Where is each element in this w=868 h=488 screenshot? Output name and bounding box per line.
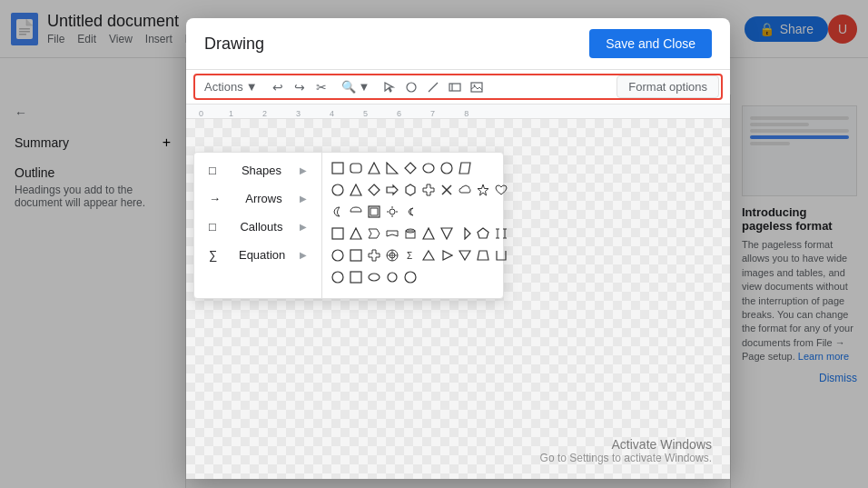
- shapes-row5: Σ: [330, 247, 496, 264]
- shape-crescent[interactable]: [330, 204, 346, 220]
- shape-pentagon[interactable]: [475, 225, 491, 242]
- equation-item-label: Equation: [239, 248, 285, 262]
- svg-marker-50: [443, 251, 452, 260]
- svg-marker-21: [387, 185, 398, 194]
- shape-chevron[interactable]: [366, 225, 382, 242]
- shape-tri4[interactable]: [420, 225, 437, 242]
- shapes-row6: [330, 269, 496, 285]
- redo-button[interactable]: ↪: [291, 78, 309, 96]
- shape-semicircle[interactable]: [348, 204, 364, 220]
- shapes-menu: □ Shapes ▶ → Arrows ▶ □ Callouts ▶: [194, 153, 321, 298]
- svg-marker-39: [441, 228, 452, 239]
- svg-marker-52: [478, 251, 488, 260]
- shape-cylinder[interactable]: [402, 225, 419, 242]
- svg-marker-51: [459, 251, 470, 260]
- shape-circle2[interactable]: [330, 182, 346, 198]
- shapes-item-label: Shapes: [242, 164, 281, 177]
- shape-tri2[interactable]: [348, 182, 364, 198]
- shape-arrow-r[interactable]: [384, 182, 400, 198]
- shape-bracket2[interactable]: [493, 247, 509, 264]
- shape-circle6[interactable]: [402, 269, 419, 285]
- svg-rect-8: [471, 83, 482, 92]
- shape-tri5[interactable]: [439, 225, 455, 242]
- shape-hex[interactable]: [402, 182, 419, 198]
- arrows-chevron: ▶: [300, 194, 307, 204]
- shape-right-triangle[interactable]: [384, 160, 400, 176]
- shape-triangle[interactable]: [366, 160, 382, 176]
- drawing-dialog: Drawing Save and Close Actions ▼ ↩ ↪ ✂ 🔍…: [186, 18, 730, 479]
- select-button[interactable]: [380, 78, 399, 96]
- shape-cloud[interactable]: [457, 182, 473, 198]
- svg-marker-19: [350, 184, 361, 195]
- shape-sigma[interactable]: Σ: [402, 247, 419, 264]
- svg-point-55: [369, 274, 380, 281]
- shape-frame[interactable]: [366, 204, 382, 220]
- shape-x[interactable]: [439, 182, 455, 198]
- shape-circle3[interactable]: [330, 247, 346, 264]
- ruler-horizontal: 0 1 2 3 4 5 6 7 8: [186, 105, 730, 119]
- shape-diamond2[interactable]: [366, 182, 382, 198]
- shape-diamond[interactable]: [402, 160, 419, 176]
- shape-sq3[interactable]: [348, 247, 364, 264]
- shape-ellipse[interactable]: [420, 160, 437, 176]
- textbox-button[interactable]: [446, 78, 464, 96]
- actions-button[interactable]: Actions ▼: [197, 76, 265, 97]
- callouts-item-icon: □: [209, 220, 216, 234]
- equation-chevron: ▶: [300, 250, 307, 260]
- callouts-chevron: ▶: [300, 222, 307, 232]
- svg-marker-25: [478, 184, 488, 195]
- shape-rounded-rect[interactable]: [348, 160, 364, 176]
- shape-tri6[interactable]: [457, 225, 473, 242]
- cut-button[interactable]: ✂: [312, 78, 330, 96]
- image-button[interactable]: [468, 78, 486, 96]
- undo-button[interactable]: ↩: [269, 78, 287, 96]
- shape-moon[interactable]: [402, 204, 419, 220]
- drawing-canvas[interactable]: □ Shapes ▶ → Arrows ▶ □ Callouts ▶: [186, 119, 730, 479]
- shape-sq4[interactable]: [348, 269, 364, 285]
- shape-cx2[interactable]: [366, 247, 382, 264]
- shapes-menu-item-callouts[interactable]: □ Callouts ▶: [194, 213, 321, 241]
- svg-rect-43: [350, 250, 361, 261]
- actions-label: Actions: [204, 80, 243, 94]
- shape-circle4[interactable]: [330, 269, 346, 285]
- shape-sq2[interactable]: [330, 225, 346, 242]
- shapes-item-icon: □: [209, 164, 216, 177]
- zoom-button[interactable]: 🔍 ▼: [334, 76, 378, 97]
- shape-sun[interactable]: [384, 204, 400, 220]
- shapes-menu-item-equation[interactable]: ∑ Equation ▶: [194, 241, 321, 269]
- drawing-toolbar: Actions ▼ ↩ ↪ ✂ 🔍 ▼: [186, 70, 730, 105]
- shapes-chevron: ▶: [300, 165, 307, 175]
- shape-tri7[interactable]: [420, 247, 437, 264]
- shapes-menu-item-shapes[interactable]: □ Shapes ▶: [194, 156, 321, 184]
- shape-target[interactable]: [384, 247, 400, 264]
- arrows-item-icon: →: [209, 192, 221, 205]
- shape-tri8[interactable]: [439, 247, 455, 264]
- shape-trap[interactable]: [475, 247, 491, 264]
- svg-marker-34: [350, 228, 361, 239]
- line-button[interactable]: [424, 78, 442, 96]
- shape-cross[interactable]: [420, 182, 437, 198]
- svg-marker-20: [369, 184, 380, 195]
- shape-circle5[interactable]: [384, 269, 400, 285]
- shapes-menu-item-arrows[interactable]: → Arrows ▶: [194, 184, 321, 213]
- save-close-button[interactable]: Save and Close: [589, 29, 712, 58]
- shape-tri9[interactable]: [457, 247, 473, 264]
- svg-point-4: [407, 83, 416, 92]
- shape-circle[interactable]: [439, 160, 455, 176]
- svg-point-18: [332, 184, 343, 195]
- shapes-button[interactable]: [402, 78, 420, 96]
- windows-activate-text: Go to Settings to activate Windows.: [540, 452, 712, 464]
- svg-rect-11: [350, 164, 361, 173]
- shape-bracket[interactable]: [493, 225, 509, 242]
- shape-ribbon[interactable]: [384, 225, 400, 242]
- shape-tri3[interactable]: [348, 225, 364, 242]
- shapes-row4: [330, 225, 496, 242]
- shapes-row2: [330, 182, 496, 198]
- shape-star[interactable]: [475, 182, 491, 198]
- svg-rect-27: [370, 208, 378, 215]
- shape-oval[interactable]: [366, 269, 382, 285]
- shape-rect[interactable]: [330, 160, 346, 176]
- format-options-button[interactable]: Format options: [616, 75, 719, 98]
- shape-heart[interactable]: [493, 182, 509, 198]
- shape-parallelogram[interactable]: [457, 160, 473, 176]
